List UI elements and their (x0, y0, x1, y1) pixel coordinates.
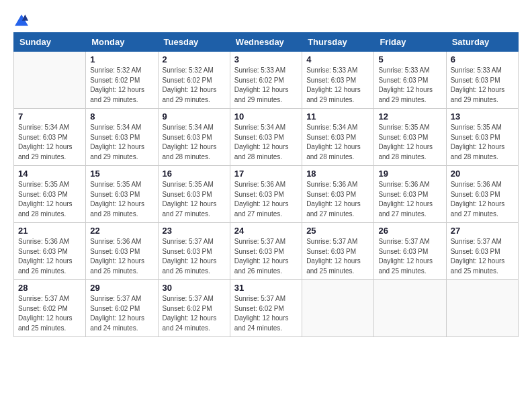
day-info: Sunrise: 5:37 AM Sunset: 6:03 PM Dayligh… (378, 237, 441, 276)
calendar-cell: 19Sunrise: 5:36 AM Sunset: 6:03 PM Dayli… (374, 166, 446, 223)
calendar-cell: 11Sunrise: 5:34 AM Sunset: 6:03 PM Dayli… (302, 109, 374, 166)
week-row-3: 14Sunrise: 5:35 AM Sunset: 6:03 PM Dayli… (14, 166, 519, 223)
header-saturday: Saturday (446, 33, 518, 52)
calendar-cell: 12Sunrise: 5:35 AM Sunset: 6:03 PM Dayli… (374, 109, 446, 166)
day-number: 18 (306, 169, 369, 179)
day-number: 24 (234, 226, 298, 236)
day-number: 7 (18, 111, 81, 122)
day-number: 12 (378, 111, 441, 122)
header-wednesday: Wednesday (230, 33, 302, 52)
day-info: Sunrise: 5:36 AM Sunset: 6:03 PM Dayligh… (18, 237, 81, 276)
calendar-cell: 1Sunrise: 5:32 AM Sunset: 6:02 PM Daylig… (86, 52, 158, 109)
calendar-cell (446, 280, 518, 337)
calendar-cell: 4Sunrise: 5:33 AM Sunset: 6:03 PM Daylig… (302, 52, 374, 109)
day-info: Sunrise: 5:32 AM Sunset: 6:02 PM Dayligh… (163, 66, 226, 105)
calendar-cell: 9Sunrise: 5:34 AM Sunset: 6:03 PM Daylig… (158, 109, 230, 166)
calendar-cell (374, 280, 446, 337)
logo (13, 13, 32, 27)
day-info: Sunrise: 5:36 AM Sunset: 6:03 PM Dayligh… (451, 180, 514, 219)
day-info: Sunrise: 5:35 AM Sunset: 6:03 PM Dayligh… (451, 123, 514, 162)
calendar-cell: 18Sunrise: 5:36 AM Sunset: 6:03 PM Dayli… (302, 166, 374, 223)
week-row-4: 21Sunrise: 5:36 AM Sunset: 6:03 PM Dayli… (14, 223, 519, 280)
day-info: Sunrise: 5:37 AM Sunset: 6:02 PM Dayligh… (90, 294, 153, 333)
day-number: 23 (163, 226, 226, 236)
week-row-2: 7Sunrise: 5:34 AM Sunset: 6:03 PM Daylig… (14, 109, 519, 166)
calendar-cell (302, 280, 374, 337)
calendar-cell: 29Sunrise: 5:37 AM Sunset: 6:02 PM Dayli… (86, 280, 158, 337)
week-row-1: 1Sunrise: 5:32 AM Sunset: 6:02 PM Daylig… (14, 52, 519, 109)
day-number: 1 (90, 54, 153, 64)
day-number: 31 (234, 283, 298, 293)
day-info: Sunrise: 5:37 AM Sunset: 6:03 PM Dayligh… (306, 237, 369, 276)
calendar-cell: 22Sunrise: 5:36 AM Sunset: 6:03 PM Dayli… (86, 223, 158, 280)
day-info: Sunrise: 5:34 AM Sunset: 6:03 PM Dayligh… (234, 123, 298, 162)
calendar-cell (14, 52, 86, 109)
day-info: Sunrise: 5:37 AM Sunset: 6:02 PM Dayligh… (18, 294, 81, 333)
calendar-cell: 5Sunrise: 5:33 AM Sunset: 6:03 PM Daylig… (374, 52, 446, 109)
calendar-cell: 16Sunrise: 5:35 AM Sunset: 6:03 PM Dayli… (158, 166, 230, 223)
header-row: SundayMondayTuesdayWednesdayThursdayFrid… (14, 33, 519, 52)
calendar-cell: 25Sunrise: 5:37 AM Sunset: 6:03 PM Dayli… (302, 223, 374, 280)
header-sunday: Sunday (14, 33, 86, 52)
day-number: 5 (378, 54, 441, 64)
calendar-cell: 14Sunrise: 5:35 AM Sunset: 6:03 PM Dayli… (14, 166, 86, 223)
day-number: 19 (378, 169, 441, 179)
calendar-cell: 21Sunrise: 5:36 AM Sunset: 6:03 PM Dayli… (14, 223, 86, 280)
day-number: 29 (90, 283, 153, 293)
calendar-cell: 20Sunrise: 5:36 AM Sunset: 6:03 PM Dayli… (446, 166, 518, 223)
day-info: Sunrise: 5:37 AM Sunset: 6:02 PM Dayligh… (234, 294, 298, 333)
calendar-cell: 8Sunrise: 5:34 AM Sunset: 6:03 PM Daylig… (86, 109, 158, 166)
day-number: 26 (378, 226, 441, 236)
day-number: 13 (451, 111, 514, 122)
day-number: 8 (90, 111, 153, 122)
calendar-cell: 26Sunrise: 5:37 AM Sunset: 6:03 PM Dayli… (374, 223, 446, 280)
day-info: Sunrise: 5:33 AM Sunset: 6:03 PM Dayligh… (451, 66, 514, 105)
calendar-cell: 27Sunrise: 5:37 AM Sunset: 6:03 PM Dayli… (446, 223, 518, 280)
day-number: 14 (18, 169, 81, 179)
calendar-cell: 31Sunrise: 5:37 AM Sunset: 6:02 PM Dayli… (230, 280, 302, 337)
calendar-cell: 30Sunrise: 5:37 AM Sunset: 6:02 PM Dayli… (158, 280, 230, 337)
calendar-cell: 23Sunrise: 5:37 AM Sunset: 6:03 PM Dayli… (158, 223, 230, 280)
calendar-table: SundayMondayTuesdayWednesdayThursdayFrid… (13, 32, 519, 337)
day-info: Sunrise: 5:33 AM Sunset: 6:03 PM Dayligh… (378, 66, 441, 105)
day-info: Sunrise: 5:35 AM Sunset: 6:03 PM Dayligh… (18, 180, 81, 219)
calendar-cell: 24Sunrise: 5:37 AM Sunset: 6:03 PM Dayli… (230, 223, 302, 280)
header-thursday: Thursday (302, 33, 374, 52)
day-info: Sunrise: 5:34 AM Sunset: 6:03 PM Dayligh… (18, 123, 81, 162)
calendar-cell: 3Sunrise: 5:33 AM Sunset: 6:02 PM Daylig… (230, 52, 302, 109)
week-row-5: 28Sunrise: 5:37 AM Sunset: 6:02 PM Dayli… (14, 280, 519, 337)
page-header (13, 13, 519, 27)
day-number: 10 (234, 111, 298, 122)
day-number: 30 (163, 283, 226, 293)
day-number: 17 (234, 169, 298, 179)
day-number: 22 (90, 226, 153, 236)
day-info: Sunrise: 5:34 AM Sunset: 6:03 PM Dayligh… (306, 123, 369, 162)
day-info: Sunrise: 5:36 AM Sunset: 6:03 PM Dayligh… (378, 180, 441, 219)
calendar-cell: 28Sunrise: 5:37 AM Sunset: 6:02 PM Dayli… (14, 280, 86, 337)
day-info: Sunrise: 5:36 AM Sunset: 6:03 PM Dayligh… (90, 237, 153, 276)
day-info: Sunrise: 5:35 AM Sunset: 6:03 PM Dayligh… (378, 123, 441, 162)
header-tuesday: Tuesday (158, 33, 230, 52)
header-monday: Monday (86, 33, 158, 52)
day-info: Sunrise: 5:36 AM Sunset: 6:03 PM Dayligh… (234, 180, 298, 219)
day-number: 4 (306, 54, 369, 64)
day-info: Sunrise: 5:35 AM Sunset: 6:03 PM Dayligh… (90, 180, 153, 219)
day-number: 3 (234, 54, 298, 64)
calendar-cell: 17Sunrise: 5:36 AM Sunset: 6:03 PM Dayli… (230, 166, 302, 223)
header-friday: Friday (374, 33, 446, 52)
day-number: 6 (451, 54, 514, 64)
day-info: Sunrise: 5:34 AM Sunset: 6:03 PM Dayligh… (163, 123, 226, 162)
calendar-cell: 7Sunrise: 5:34 AM Sunset: 6:03 PM Daylig… (14, 109, 86, 166)
day-info: Sunrise: 5:33 AM Sunset: 6:03 PM Dayligh… (306, 66, 369, 105)
day-info: Sunrise: 5:37 AM Sunset: 6:02 PM Dayligh… (163, 294, 226, 333)
day-number: 16 (163, 169, 226, 179)
day-number: 11 (306, 111, 369, 122)
day-info: Sunrise: 5:34 AM Sunset: 6:03 PM Dayligh… (90, 123, 153, 162)
day-number: 28 (18, 283, 81, 293)
logo-icon (13, 13, 30, 27)
calendar-cell: 13Sunrise: 5:35 AM Sunset: 6:03 PM Dayli… (446, 109, 518, 166)
day-number: 20 (451, 169, 514, 179)
day-number: 9 (163, 111, 226, 122)
calendar-cell: 2Sunrise: 5:32 AM Sunset: 6:02 PM Daylig… (158, 52, 230, 109)
day-info: Sunrise: 5:32 AM Sunset: 6:02 PM Dayligh… (90, 66, 153, 105)
